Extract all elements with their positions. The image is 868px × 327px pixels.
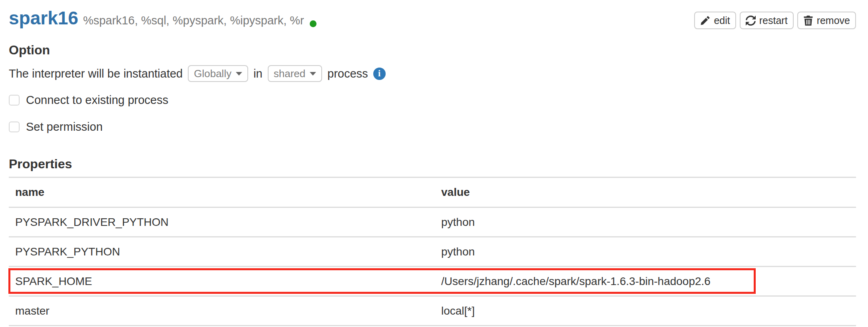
table-header-row: name value (9, 177, 856, 207)
property-name: SPARK_HOME (9, 275, 435, 288)
set-permission-option: Set permission (9, 120, 868, 134)
property-value: /Users/jzhang/.cache/spark/spark-1.6.3-b… (435, 275, 711, 288)
remove-button-label: remove (817, 15, 850, 26)
property-name: PYSPARK_DRIVER_PYTHON (9, 216, 435, 229)
interpreter-title: spark16 (9, 7, 78, 29)
chevron-down-icon (236, 72, 242, 76)
connect-existing-process-label: Connect to existing process (26, 94, 168, 107)
property-value: local[*] (435, 305, 475, 317)
property-value: python (435, 245, 475, 258)
properties-heading: Properties (9, 157, 868, 171)
set-permission-checkbox[interactable] (9, 122, 20, 132)
connect-existing-process-option: Connect to existing process (9, 93, 868, 107)
interpreter-bindings: %spark16, %sql, %pyspark, %ipyspark, %r (83, 14, 304, 27)
table-body: PYSPARK_DRIVER_PYTHON python PYSPARK_PYT… (9, 207, 856, 325)
property-name: master (9, 305, 435, 317)
edit-button-label: edit (714, 15, 730, 26)
property-value: python (435, 216, 475, 229)
instantiation-text-suffix: process (327, 67, 368, 80)
restart-button[interactable]: restart (740, 12, 794, 29)
property-name: PYSPARK_PYTHON (9, 245, 435, 258)
table-row: SPARK_HOME /Users/jzhang/.cache/spark/sp… (9, 266, 856, 295)
header-actions: edit restart (694, 12, 856, 29)
set-permission-label: Set permission (26, 120, 103, 134)
edit-button[interactable]: edit (694, 12, 736, 29)
title-line: spark16 %spark16, %sql, %pyspark, %ipysp… (9, 7, 317, 29)
binding-mode-value: Globally (194, 68, 231, 80)
table-row: PYSPARK_PYTHON python (9, 236, 856, 266)
header: spark16 %spark16, %sql, %pyspark, %ipysp… (0, 0, 868, 29)
process-scope-select[interactable]: shared (268, 65, 323, 82)
trash-icon (803, 16, 813, 26)
binding-mode-select[interactable]: Globally (188, 65, 248, 82)
table-row: PYSPARK_DRIVER_PYTHON python (9, 207, 856, 236)
properties-table: name value PYSPARK_DRIVER_PYTHON python … (9, 177, 856, 326)
column-header-value: value (435, 186, 470, 199)
refresh-icon (746, 16, 756, 26)
chevron-down-icon (310, 72, 316, 76)
remove-button[interactable]: remove (797, 12, 856, 29)
connect-existing-process-checkbox[interactable] (9, 95, 20, 106)
restart-button-label: restart (759, 15, 788, 26)
column-header-name: name (9, 186, 435, 199)
instantiation-sentence: The interpreter will be instantiated Glo… (9, 64, 868, 83)
instantiation-text-prefix: The interpreter will be instantiated (9, 67, 183, 80)
instantiation-text-conjunction: in (253, 67, 263, 80)
status-dot (310, 20, 317, 27)
pencil-icon (700, 16, 710, 26)
interpreter-settings-page: spark16 %spark16, %sql, %pyspark, %ipysp… (0, 0, 868, 327)
table-row: master local[*] (9, 295, 856, 325)
process-scope-value: shared (274, 68, 306, 80)
info-icon[interactable]: i (373, 68, 386, 80)
option-heading: Option (9, 43, 868, 57)
